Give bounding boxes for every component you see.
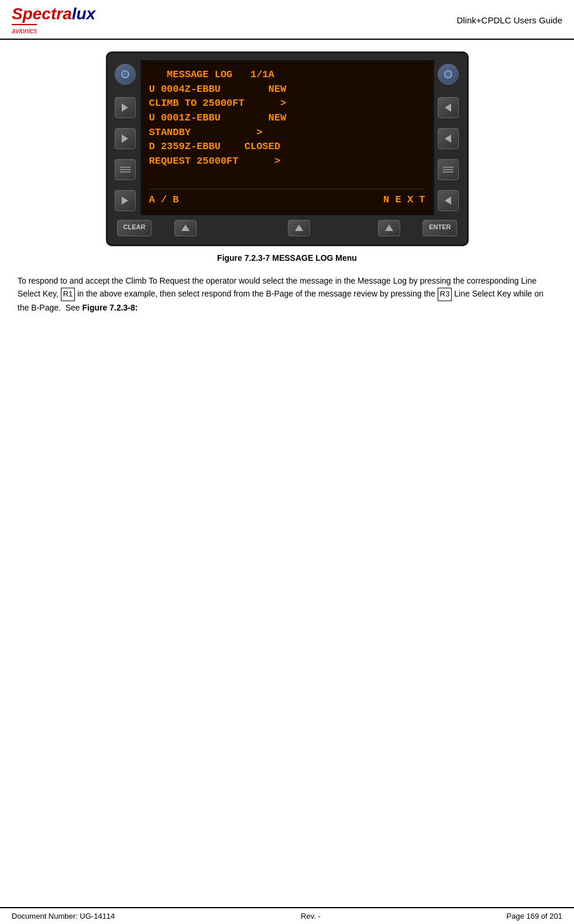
up-button-1[interactable] [174,220,197,236]
key-r1: R1 [61,288,75,301]
body-paragraph: To respond to and accept the Climb To Re… [18,274,556,315]
figure-reference: Figure 7.2.3-8: [83,303,138,312]
page-header: Spectralux avionics Dlink+CPDLC Users Gu… [0,0,574,40]
bottom-button-row: CLEAR ENTER [115,220,460,236]
key-r3: R3 [438,288,452,301]
enter-button[interactable]: ENTER [422,220,457,236]
figure-caption: Figure 7.2.3-7 MESSAGE LOG Menu [217,253,357,263]
left-btn-2[interactable] [115,128,136,149]
right-btn-3[interactable] [438,159,459,180]
screen-line-3: CLIMB TO 25000FT > [149,96,425,111]
screen-line-7: REQUEST 25000FT > [149,154,425,169]
logo-avionics: avionics [12,27,37,35]
page-footer: Document Number: UG-14114 Rev. - Page 16… [0,907,574,924]
up-button-3[interactable] [378,220,400,236]
document-number: Document Number: UG-14114 [12,912,115,920]
screen-line-8 [149,168,425,183]
clear-button[interactable]: CLEAR [117,220,152,236]
right-btn-4[interactable] [438,190,459,211]
left-btn-4[interactable] [115,190,136,211]
screen-line-2: U 0004Z-EBBU NEW [149,82,425,97]
logo-spectra: Spectra [12,5,72,23]
document-number-label: Document Number: [12,912,78,920]
device-panel: MESSAGE LOG 1/1A U 0004Z-EBBU NEW CLIMB … [106,51,469,246]
body-text: To respond to and accept the Climb To Re… [18,274,556,315]
screen-bottom-row: A / B N E X T [149,189,425,208]
screen-line-4: U 0001Z-EBBU NEW [149,111,425,126]
header-title: Dlink+CPDLC Users Guide [457,15,562,25]
left-btn-1[interactable] [115,97,136,118]
screen-line-6: D 2359Z-EBBU CLOSED [149,140,425,154]
right-button-column [438,60,460,215]
device-screen: MESSAGE LOG 1/1A U 0004Z-EBBU NEW CLIMB … [140,60,434,215]
screen-ab-label: A / B [149,193,179,208]
power-button[interactable] [115,64,136,85]
right-power-button[interactable] [438,64,459,85]
right-btn-2[interactable] [438,128,459,149]
left-btn-3[interactable] [115,159,136,180]
figure-container: MESSAGE LOG 1/1A U 0004Z-EBBU NEW CLIMB … [18,51,556,263]
screen-line-1: MESSAGE LOG 1/1A [149,68,425,82]
logo-lux: lux [72,5,95,23]
document-number-value: UG-14114 [80,912,115,920]
main-content: MESSAGE LOG 1/1A U 0004Z-EBBU NEW CLIMB … [0,40,574,314]
left-button-column [115,60,137,215]
page-number: Page 169 of 201 [507,912,562,920]
screen-next-label: N E X T [383,193,425,208]
screen-line-5: STANDBY > [149,126,425,140]
logo: Spectralux avionics [12,5,95,35]
revision: Rev. - [301,912,321,920]
up-button-2[interactable] [288,220,310,236]
right-btn-1[interactable] [438,97,459,118]
